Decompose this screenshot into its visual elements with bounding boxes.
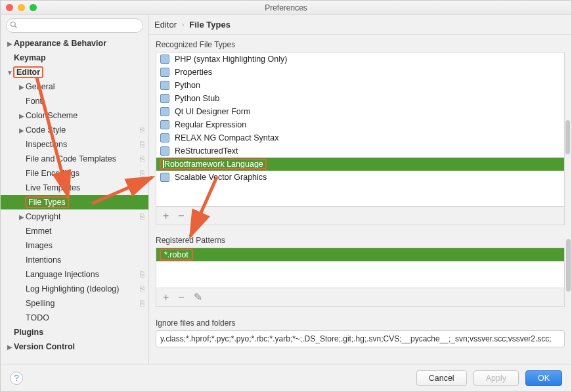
list-item-label: RELAX NG Compact Syntax [175, 133, 278, 142]
sidebar-item-language-injections[interactable]: Language Injections⎘ [1, 267, 148, 282]
breadcrumb: Editor › File Types [149, 15, 571, 35]
sidebar-item-emmet[interactable]: Emmet [1, 224, 148, 238]
list-item[interactable]: Regular Expression [156, 118, 564, 131]
sidebar-item-file-types[interactable]: File Types [1, 195, 148, 209]
window-title: Preferences [1, 3, 571, 12]
list-item[interactable]: Properties [156, 66, 564, 79]
dialog-footer: ? Cancel Apply OK [1, 364, 571, 391]
cancel-button[interactable]: Cancel [416, 370, 467, 386]
svg-point-0 [11, 22, 16, 27]
sidebar-item-font[interactable]: Font [1, 94, 148, 108]
edit-button[interactable]: ✎ [194, 291, 202, 303]
list-item-label: Qt UI Designer Form [175, 107, 250, 116]
sidebar-item-label: Emmet [26, 227, 144, 236]
list-item[interactable]: ReStructuredText [156, 144, 564, 158]
pattern-list[interactable]: *.robot [156, 248, 565, 288]
breadcrumb-root[interactable]: Editor [154, 20, 177, 30]
add-button[interactable]: + [163, 292, 169, 303]
remove-button[interactable]: − [178, 210, 184, 222]
scope-icon: ⎘ [140, 299, 144, 308]
help-button[interactable]: ? [10, 372, 23, 385]
sidebar-item-plugins[interactable]: Plugins [1, 325, 148, 339]
remove-button[interactable]: − [178, 292, 184, 303]
disclosure-icon[interactable]: ▼ [6, 69, 14, 76]
disclosure-icon[interactable]: ▶ [18, 127, 26, 134]
list-item-label: Scalable Vector Graphics [175, 173, 267, 182]
sidebar-item-keymap[interactable]: Keymap [1, 51, 148, 65]
sidebar-item-log-highlighting-ideolog-[interactable]: Log Highlighting (Ideolog)⎘ [1, 282, 148, 296]
list-item[interactable]: Robotframework Language [156, 158, 564, 171]
sidebar-item-live-templates[interactable]: Live Templates [1, 181, 148, 195]
sidebar-item-general[interactable]: ▶General [1, 79, 148, 94]
list-item[interactable]: RELAX NG Compact Syntax [156, 131, 564, 144]
sidebar-item-version-control[interactable]: ▶Version Control [1, 339, 148, 354]
sidebar-item-label: Editor [16, 68, 40, 77]
breadcrumb-leaf: File Types [189, 20, 231, 30]
sidebar-item-file-and-code-templates[interactable]: File and Code Templates⎘ [1, 152, 148, 166]
sidebar-item-label: TODO [26, 313, 144, 322]
disclosure-icon[interactable]: ▶ [6, 343, 14, 351]
sidebar-item-label: Appearance & Behavior [14, 39, 144, 48]
file-icon [160, 54, 169, 64]
sidebar-item-file-encodings[interactable]: File Encodings⎘ [1, 166, 148, 181]
body: ▶Appearance & BehaviorKeymap▼Editor▶Gene… [1, 15, 571, 364]
sidebar-item-label: General [26, 82, 144, 91]
sidebar-item-editor[interactable]: ▼Editor [1, 65, 148, 79]
list-item-label: Python [175, 81, 200, 90]
sidebar-item-inspections[interactable]: Inspections⎘ [1, 137, 148, 152]
sidebar-item-label: Intentions [26, 255, 144, 265]
pattern-item[interactable]: *.robot [156, 248, 564, 261]
filetype-list[interactable]: PHP (syntax Highlighting Only)Properties… [156, 52, 565, 207]
recognized-label: Recognized File Types [156, 40, 565, 49]
list-item-label: Robotframework Language [164, 160, 263, 169]
sidebar-item-images[interactable]: Images [1, 238, 148, 253]
sidebar-item-label: File and Code Templates [26, 154, 137, 163]
sidebar-item-label: Images [26, 241, 144, 250]
list-item-label: Python Stub [175, 94, 219, 103]
chevron-right-icon: › [182, 21, 184, 28]
list-item-label: ReStructuredText [175, 146, 238, 156]
list-item-label: Regular Expression [175, 120, 246, 129]
disclosure-icon[interactable]: ▶ [18, 83, 26, 91]
scope-icon: ⎘ [140, 169, 144, 178]
disclosure-icon[interactable]: ▶ [18, 112, 26, 120]
add-button[interactable]: + [163, 210, 169, 222]
ok-button[interactable]: OK [525, 370, 562, 386]
disclosure-icon[interactable]: ▶ [18, 213, 26, 221]
edit-button[interactable]: ✎ [194, 209, 202, 222]
scope-icon: ⎘ [140, 270, 144, 279]
list-item[interactable]: Scalable Vector Graphics [156, 171, 564, 184]
sidebar-item-copyright[interactable]: ▶Copyright⎘ [1, 209, 148, 224]
highlight-outline: *.robot [160, 250, 192, 260]
sidebar-item-label: File Encodings [26, 169, 137, 178]
file-icon [160, 107, 169, 116]
disclosure-icon[interactable]: ▶ [6, 40, 14, 47]
settings-tree[interactable]: ▶Appearance & BehaviorKeymap▼Editor▶Gene… [1, 36, 148, 364]
scope-icon: ⎘ [140, 125, 144, 135]
patterns-label: Registered Patterns [156, 236, 565, 245]
apply-button[interactable]: Apply [473, 370, 519, 386]
list-item-label: PHP (syntax Highlighting Only) [175, 54, 287, 64]
search-icon [10, 21, 18, 29]
sidebar-item-label: Copyright [26, 212, 137, 221]
sidebar-item-appearance-behavior[interactable]: ▶Appearance & Behavior [1, 36, 148, 51]
search-input[interactable] [6, 18, 143, 33]
file-icon [160, 68, 169, 77]
list-item[interactable]: Qt UI Designer Form [156, 105, 564, 118]
list-item[interactable]: Python Stub [156, 92, 564, 105]
sidebar-item-label: Code Style [26, 125, 137, 135]
file-icon [160, 81, 169, 90]
sidebar-item-todo[interactable]: TODO [1, 311, 148, 325]
sidebar-item-intentions[interactable]: Intentions [1, 253, 148, 267]
file-icon [160, 133, 169, 142]
search-wrap [1, 15, 148, 36]
sidebar-item-color-scheme[interactable]: ▶Color Scheme [1, 108, 148, 123]
pattern-toolbar: + − ✎ [156, 288, 565, 307]
highlight-outline: Editor [14, 67, 43, 77]
ignore-input[interactable] [156, 330, 565, 347]
list-item[interactable]: PHP (syntax Highlighting Only) [156, 53, 564, 66]
sidebar-item-spelling[interactable]: Spelling⎘ [1, 296, 148, 311]
sidebar-item-label: Spelling [26, 299, 137, 308]
list-item[interactable]: Python [156, 79, 564, 92]
sidebar-item-code-style[interactable]: ▶Code Style⎘ [1, 123, 148, 137]
